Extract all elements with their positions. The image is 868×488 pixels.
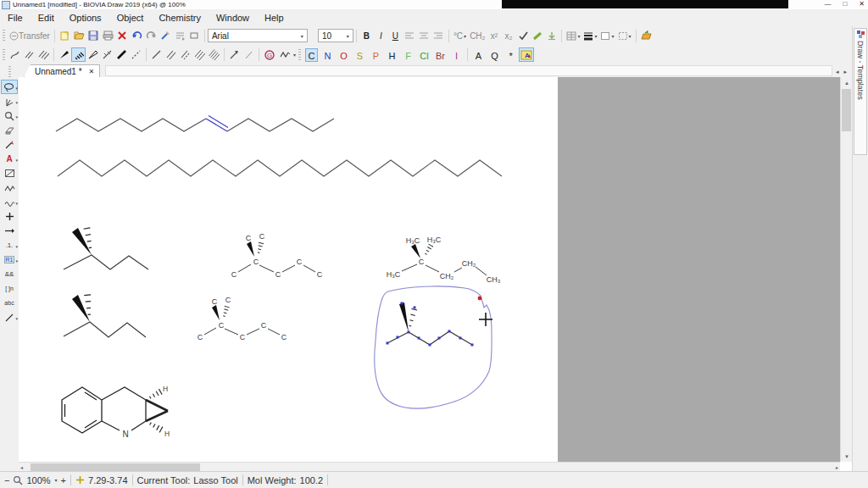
ring-template-button[interactable]: G	[262, 47, 277, 62]
wedge-either-bond-button[interactable]	[86, 47, 100, 62]
periodic-table-button[interactable]: A	[519, 47, 534, 62]
menu-file[interactable]: File	[0, 9, 31, 26]
line-width-button[interactable]: ▾	[581, 29, 598, 43]
element-f-button[interactable]: F	[402, 48, 415, 62]
new-annotation-button[interactable]	[58, 29, 72, 43]
chevron-down-icon[interactable]: ▾	[293, 52, 296, 58]
element-h-button[interactable]: H	[386, 48, 398, 62]
menu-help[interactable]: Help	[257, 9, 292, 26]
document-tab[interactable]: Unnamed1 * ✕	[24, 64, 100, 77]
highlighter-button[interactable]	[530, 29, 544, 43]
atom-numbering-tool[interactable]: .1.▾	[1, 238, 18, 252]
send-behind-button[interactable]	[173, 29, 187, 43]
maximize-button[interactable]: □	[843, 0, 847, 9]
clean-rotate-tool[interactable]: ▾	[1, 94, 18, 108]
eraser-tool[interactable]	[1, 123, 18, 137]
menu-chemistry[interactable]: Chemistry	[151, 9, 209, 26]
transfer-button[interactable]: Transfer	[8, 29, 52, 43]
format-painter-button[interactable]	[159, 29, 173, 43]
horizontal-scroll-thumb[interactable]	[31, 463, 200, 471]
toolbar-grip[interactable]	[8, 66, 11, 78]
double-chain-bond-button[interactable]	[22, 47, 36, 62]
font-size-select[interactable]: 10 ▾	[318, 29, 353, 42]
atom-q-button[interactable]: Q	[488, 48, 501, 62]
close-button[interactable]: ✕	[859, 0, 865, 9]
tab-scroll-right-icon[interactable]: ▸	[843, 69, 847, 75]
degree-celsius-button[interactable]: °C▾	[452, 29, 468, 43]
either-double-bond-button[interactable]	[100, 47, 114, 62]
spellcheck-button[interactable]	[515, 29, 530, 43]
element-s-button[interactable]: S	[353, 48, 366, 62]
element-o-button[interactable]: O	[337, 48, 350, 62]
menu-window[interactable]: Window	[209, 9, 257, 26]
element-n-button[interactable]: N	[321, 48, 334, 62]
chain-tool-button[interactable]	[277, 47, 292, 62]
italic-button[interactable]: I	[374, 29, 388, 43]
plus-tool[interactable]	[1, 209, 18, 224]
thin-bond-button[interactable]	[242, 47, 256, 62]
save-button[interactable]	[86, 29, 101, 43]
menu-edit[interactable]: Edit	[31, 9, 62, 26]
chevron-down-icon[interactable]: ▾	[55, 477, 58, 483]
text-tool[interactable]: A▾	[1, 152, 18, 166]
element-c-button[interactable]: C	[305, 48, 318, 62]
bold-button[interactable]: B	[359, 29, 374, 43]
zoom-tool[interactable]: ▾	[1, 108, 18, 123]
align-right-button[interactable]	[431, 29, 446, 43]
align-left-button[interactable]	[403, 29, 417, 43]
delete-button[interactable]	[115, 29, 130, 43]
abc-label-tool[interactable]: abc	[1, 296, 18, 310]
underline-button[interactable]: U	[388, 29, 403, 43]
minimize-button[interactable]: —	[824, 0, 831, 9]
redo-button[interactable]	[144, 29, 159, 43]
template-library-button[interactable]	[639, 29, 654, 43]
quadruple-bond-button[interactable]	[207, 47, 221, 62]
sprout-draw-tool[interactable]	[1, 137, 18, 152]
atom-any-button[interactable]: *	[504, 48, 517, 62]
rgroup-tool[interactable]: R1▾	[1, 252, 18, 267]
superscript-button[interactable]: x²	[487, 29, 501, 43]
triple-bond-button[interactable]	[192, 47, 207, 62]
wedge-hash-bond-button[interactable]	[71, 47, 86, 62]
subscript-button[interactable]: x₂	[501, 29, 515, 43]
border-box-button[interactable]: ▾	[598, 29, 615, 43]
menu-options[interactable]: Options	[62, 9, 109, 26]
lasso-tool[interactable]: ▾	[1, 80, 18, 94]
element-p-button[interactable]: P	[370, 48, 382, 62]
tab-scroll-left-icon[interactable]: ◂	[836, 69, 839, 75]
drawing-page[interactable]	[19, 77, 558, 462]
triple-chain-bond-button[interactable]	[36, 47, 51, 62]
undo-button[interactable]	[130, 29, 144, 43]
toolbar-grip[interactable]	[3, 49, 5, 61]
element-i-button[interactable]: I	[450, 48, 463, 62]
vertical-scroll-thumb[interactable]	[842, 89, 851, 131]
reaction-arrow-tool[interactable]	[1, 224, 18, 238]
open-button[interactable]	[72, 29, 86, 43]
zoom-out-button[interactable]: −	[4, 475, 9, 485]
bold-bond-button[interactable]	[114, 47, 129, 62]
line-tool[interactable]: ▾	[1, 310, 18, 324]
aromatic-bond-button[interactable]	[178, 47, 192, 62]
toolbar-grip[interactable]	[3, 30, 5, 42]
table-button[interactable]: ▾	[565, 29, 581, 43]
menu-object[interactable]: Object	[109, 9, 152, 26]
rectangle-tool-button[interactable]	[187, 29, 202, 43]
frame-style-button[interactable]: ▾	[616, 29, 633, 43]
element-br-button[interactable]: Br	[434, 48, 447, 62]
chain-tool[interactable]	[1, 180, 18, 195]
scroll-right-icon[interactable]: ▸	[836, 464, 838, 470]
dative-bond-button[interactable]	[227, 47, 242, 62]
single-bond-button[interactable]	[149, 47, 164, 62]
ch2-abbrev-button[interactable]: CH₂	[468, 29, 487, 43]
hash-bond-button[interactable]	[129, 47, 143, 62]
element-cl-button[interactable]: Cl	[418, 48, 431, 62]
vertical-scrollbar[interactable]: ▲ ▼	[840, 77, 853, 462]
tab-close-icon[interactable]: ✕	[89, 68, 95, 75]
push-down-button[interactable]	[544, 29, 559, 43]
atom-a-button[interactable]: A	[472, 48, 485, 62]
no-structure-tool[interactable]	[1, 166, 18, 180]
wedge-up-bond-button[interactable]	[57, 47, 71, 62]
font-family-select[interactable]: Arial ▾	[208, 29, 308, 42]
scroll-up-icon[interactable]: ▲	[841, 77, 853, 88]
sgroup-tool[interactable]: &&	[1, 267, 18, 281]
